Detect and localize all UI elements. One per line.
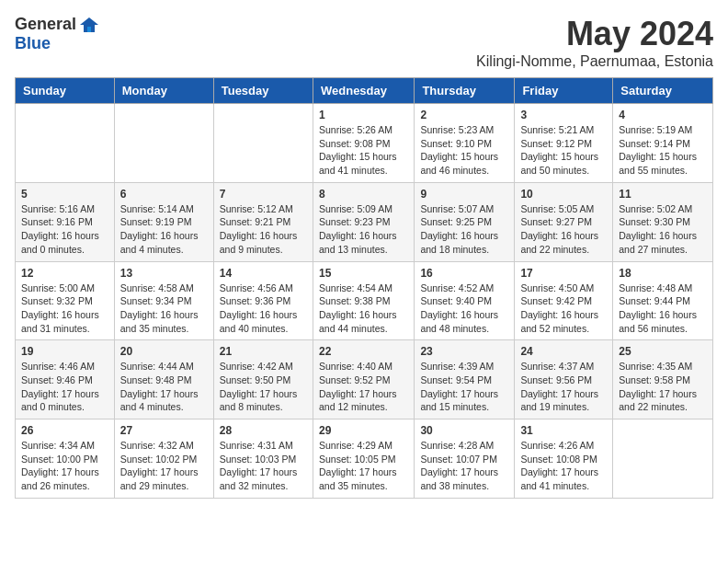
day-info: Sunrise: 4:32 AM Sunset: 10:02 PM Daylig… [120,439,208,493]
day-number: 31 [520,424,607,437]
logo: General Blue [15,15,100,53]
day-info: Sunrise: 4:28 AM Sunset: 10:07 PM Daylig… [420,439,508,493]
day-number: 1 [319,109,408,121]
calendar-cell [16,104,115,183]
day-info: Sunrise: 4:29 AM Sunset: 10:05 PM Daylig… [319,439,408,493]
calendar-cell: 23Sunrise: 4:39 AM Sunset: 9:54 PM Dayli… [415,340,515,419]
day-info: Sunrise: 4:40 AM Sunset: 9:52 PM Dayligh… [319,360,408,414]
day-info: Sunrise: 5:12 AM Sunset: 9:21 PM Dayligh… [220,202,307,257]
page-header: General Blue May 2024 Kilingi-Nomme, Pae… [15,15,713,70]
day-number: 11 [619,188,707,201]
location: Kilingi-Nomme, Paernumaa, Estonia [476,53,713,70]
calendar-cell: 14Sunrise: 4:56 AM Sunset: 9:36 PM Dayli… [213,261,313,340]
day-number: 14 [220,267,307,280]
calendar-cell: 6Sunrise: 5:14 AM Sunset: 9:19 PM Daylig… [114,182,213,261]
day-info: Sunrise: 5:09 AM Sunset: 9:23 PM Dayligh… [319,202,408,257]
day-info: Sunrise: 4:35 AM Sunset: 9:58 PM Dayligh… [619,360,707,414]
calendar-cell: 13Sunrise: 4:58 AM Sunset: 9:34 PM Dayli… [114,261,213,340]
day-number: 12 [21,267,108,280]
calendar-cell: 4Sunrise: 5:19 AM Sunset: 9:14 PM Daylig… [613,104,713,183]
day-info: Sunrise: 4:54 AM Sunset: 9:38 PM Dayligh… [319,282,408,336]
day-info: Sunrise: 5:14 AM Sunset: 9:19 PM Dayligh… [120,202,208,257]
day-info: Sunrise: 4:37 AM Sunset: 9:56 PM Dayligh… [520,360,607,414]
calendar-week-row: 1Sunrise: 5:26 AM Sunset: 9:08 PM Daylig… [16,104,713,183]
day-info: Sunrise: 5:07 AM Sunset: 9:25 PM Dayligh… [420,202,508,257]
calendar-cell: 17Sunrise: 4:50 AM Sunset: 9:42 PM Dayli… [515,261,613,340]
calendar-week-row: 26Sunrise: 4:34 AM Sunset: 10:00 PM Dayl… [16,419,713,499]
day-number: 18 [619,267,707,280]
calendar-cell: 3Sunrise: 5:21 AM Sunset: 9:12 PM Daylig… [515,104,613,183]
calendar-cell: 2Sunrise: 5:23 AM Sunset: 9:10 PM Daylig… [415,104,515,183]
day-info: Sunrise: 5:26 AM Sunset: 9:08 PM Dayligh… [319,123,408,178]
day-info: Sunrise: 4:39 AM Sunset: 9:54 PM Dayligh… [420,360,508,414]
day-number: 29 [319,424,408,437]
day-number: 23 [420,345,508,358]
calendar-cell: 22Sunrise: 4:40 AM Sunset: 9:52 PM Dayli… [313,340,414,419]
day-number: 16 [420,267,508,280]
day-number: 2 [420,109,508,121]
day-number: 5 [21,188,108,201]
day-info: Sunrise: 4:31 AM Sunset: 10:03 PM Daylig… [220,439,307,493]
calendar-week-row: 19Sunrise: 4:46 AM Sunset: 9:46 PM Dayli… [16,340,713,419]
day-number: 17 [520,267,607,280]
day-info: Sunrise: 5:02 AM Sunset: 9:30 PM Dayligh… [619,202,707,257]
day-number: 7 [220,188,307,201]
calendar-cell: 30Sunrise: 4:28 AM Sunset: 10:07 PM Dayl… [415,419,515,499]
day-info: Sunrise: 5:23 AM Sunset: 9:10 PM Dayligh… [420,123,508,178]
calendar-cell: 10Sunrise: 5:05 AM Sunset: 9:27 PM Dayli… [515,182,613,261]
calendar-cell: 29Sunrise: 4:29 AM Sunset: 10:05 PM Dayl… [313,419,414,499]
calendar-week-row: 12Sunrise: 5:00 AM Sunset: 9:32 PM Dayli… [16,261,713,340]
weekday-header: Tuesday [213,78,313,104]
day-number: 8 [319,188,408,201]
day-info: Sunrise: 4:58 AM Sunset: 9:34 PM Dayligh… [120,282,208,336]
day-info: Sunrise: 4:46 AM Sunset: 9:46 PM Dayligh… [21,360,108,414]
day-number: 25 [619,345,707,358]
weekday-header-row: SundayMondayTuesdayWednesdayThursdayFrid… [16,78,713,104]
day-number: 21 [220,345,307,358]
day-info: Sunrise: 4:42 AM Sunset: 9:50 PM Dayligh… [220,360,307,414]
calendar-cell: 12Sunrise: 5:00 AM Sunset: 9:32 PM Dayli… [16,261,115,340]
calendar-cell: 26Sunrise: 4:34 AM Sunset: 10:00 PM Dayl… [16,419,115,499]
title-block: May 2024 Kilingi-Nomme, Paernumaa, Eston… [476,15,713,70]
weekday-header: Wednesday [313,78,414,104]
day-number: 30 [420,424,508,437]
calendar-cell: 15Sunrise: 4:54 AM Sunset: 9:38 PM Dayli… [313,261,414,340]
weekday-header: Sunday [16,78,115,104]
day-info: Sunrise: 4:50 AM Sunset: 9:42 PM Dayligh… [520,282,607,336]
day-info: Sunrise: 4:26 AM Sunset: 10:08 PM Daylig… [520,439,607,493]
day-info: Sunrise: 4:34 AM Sunset: 10:00 PM Daylig… [21,439,108,493]
day-number: 22 [319,345,408,358]
day-number: 6 [120,188,208,201]
calendar-cell: 18Sunrise: 4:48 AM Sunset: 9:44 PM Dayli… [613,261,713,340]
calendar-cell: 1Sunrise: 5:26 AM Sunset: 9:08 PM Daylig… [313,104,414,183]
day-number: 19 [21,345,108,358]
calendar-cell: 19Sunrise: 4:46 AM Sunset: 9:46 PM Dayli… [16,340,115,419]
day-info: Sunrise: 4:56 AM Sunset: 9:36 PM Dayligh… [220,282,307,336]
calendar-cell: 8Sunrise: 5:09 AM Sunset: 9:23 PM Daylig… [313,182,414,261]
day-number: 3 [520,109,607,121]
calendar-cell: 5Sunrise: 5:16 AM Sunset: 9:16 PM Daylig… [16,182,115,261]
day-info: Sunrise: 5:21 AM Sunset: 9:12 PM Dayligh… [520,123,607,178]
weekday-header: Saturday [613,78,713,104]
weekday-header: Thursday [415,78,515,104]
day-number: 26 [21,424,108,437]
calendar-cell [114,104,213,183]
calendar-cell: 20Sunrise: 4:44 AM Sunset: 9:48 PM Dayli… [114,340,213,419]
calendar-cell [613,419,713,499]
day-info: Sunrise: 4:48 AM Sunset: 9:44 PM Dayligh… [619,282,707,336]
calendar-cell: 11Sunrise: 5:02 AM Sunset: 9:30 PM Dayli… [613,182,713,261]
logo-blue: Blue [15,34,51,53]
calendar-cell: 31Sunrise: 4:26 AM Sunset: 10:08 PM Dayl… [515,419,613,499]
weekday-header: Monday [114,78,213,104]
day-number: 10 [520,188,607,201]
day-number: 15 [319,267,408,280]
day-info: Sunrise: 5:00 AM Sunset: 9:32 PM Dayligh… [21,282,108,336]
month-title: May 2024 [476,15,713,53]
day-info: Sunrise: 5:19 AM Sunset: 9:14 PM Dayligh… [619,123,707,178]
calendar-week-row: 5Sunrise: 5:16 AM Sunset: 9:16 PM Daylig… [16,182,713,261]
calendar-cell: 27Sunrise: 4:32 AM Sunset: 10:02 PM Dayl… [114,419,213,499]
day-number: 28 [220,424,307,437]
day-number: 27 [120,424,208,437]
calendar-cell: 25Sunrise: 4:35 AM Sunset: 9:58 PM Dayli… [613,340,713,419]
day-number: 24 [520,345,607,358]
